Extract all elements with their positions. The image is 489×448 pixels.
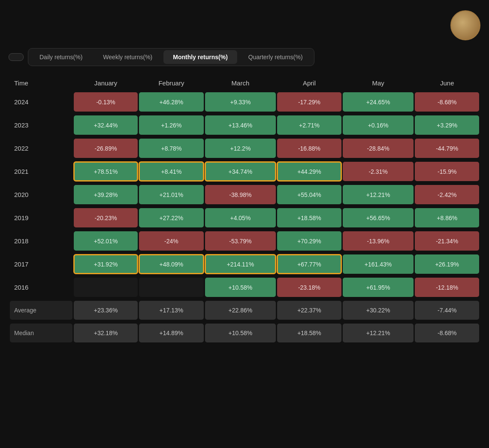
col-header-time: Time [10,75,72,91]
cell-2019-col4: +56.65% [343,208,414,227]
stat-label-average: Average [10,301,72,320]
stat-cell-average-col1: +17.13% [139,301,203,320]
stat-cell-median-col3: +18.58% [277,324,341,342]
table-row-2019: 2019-20.23%+27.22%+4.05%+18.58%+56.65%+8… [10,208,479,227]
cell-2023-col3: +2.71% [277,115,341,135]
cell-2016-col2: +10.58% [205,278,276,297]
cell-2022-col2: +12.2% [205,139,276,158]
stat-row-median: Median+32.18%+14.89%+10.58%+18.58%+12.21… [10,324,479,342]
cell-2016-col0 [74,278,138,297]
cell-2017-col5: +26.19% [415,254,479,274]
cell-2018-col2: -53.79% [205,231,276,251]
cell-2016-col4: +61.95% [343,278,414,297]
table-row-2016: 2016+10.58%-23.18%+61.95%-12.18% [10,278,479,297]
header [9,10,480,40]
year-label-2021: 2021 [10,162,72,181]
col-header-april: April [277,75,341,91]
cell-2016-col5: -12.18% [415,278,479,297]
cell-2022-col0: -26.89% [74,139,138,158]
cell-2020-col1: +21.01% [139,185,203,204]
stat-cell-average-col3: +22.37% [277,301,341,320]
col-header-february: February [139,75,203,91]
table-row-2017: 2017+31.92%+48.09%+214.11%+67.77%+161.43… [10,254,479,274]
table-row-2021: 2021+78.51%+8.41%+34.74%+44.29%-2.31%-15… [10,162,479,181]
cell-2023-col4: +0.16% [343,115,414,135]
col-header-january: January [74,75,138,91]
cell-2022-col4: -28.84% [343,139,414,158]
cell-2022-col3: -16.88% [277,139,341,158]
cell-2020-col3: +55.04% [277,185,341,204]
cell-2020-col4: +12.21% [343,185,414,204]
cell-2021-col5: -15.9% [415,162,479,181]
cell-2022-col5: -44.79% [415,139,479,158]
stat-label-median: Median [10,324,72,342]
cell-2021-col3: +44.29% [277,162,341,181]
year-label-2017: 2017 [10,254,72,274]
logo [450,10,480,40]
stat-cell-average-col4: +30.22% [343,301,414,320]
cell-2021-col0: +78.51% [74,162,138,181]
year-label-2018: 2018 [10,231,72,251]
cell-2019-col2: +4.05% [205,208,276,227]
cell-2020-col5: -2.42% [415,185,479,204]
tab-group: Daily returns(%)Weekly returns(%)Monthly… [28,48,314,66]
col-header-june: June [415,75,479,91]
cell-2022-col1: +8.78% [139,139,203,158]
tab-monthly-returns---[interactable]: Monthly returns(%) [163,50,237,64]
cell-2024-col4: +24.65% [343,92,414,112]
year-label-2023: 2023 [10,115,72,135]
cell-2023-col1: +1.26% [139,115,203,135]
table-row-2020: 2020+39.28%+21.01%-38.98%+55.04%+12.21%-… [10,185,479,204]
cell-2020-col2: -38.98% [205,185,276,204]
tab-weekly-returns---[interactable]: Weekly returns(%) [94,50,162,64]
col-header-march: March [205,75,276,91]
returns-table: TimeJanuaryFebruaryMarchAprilMayJune 202… [9,74,480,346]
year-label-2024: 2024 [10,92,72,112]
table-row-2024: 2024-0.13%+46.28%+9.33%-17.29%+24.65%-8.… [10,92,479,112]
cell-2023-col2: +13.46% [205,115,276,135]
cell-2024-col0: -0.13% [74,92,138,112]
tab-quarterly-returns---[interactable]: Quarterly returns(%) [239,50,312,64]
cell-2021-col4: -2.31% [343,162,414,181]
cell-2024-col2: +9.33% [205,92,276,112]
cell-2021-col2: +34.74% [205,162,276,181]
stat-cell-median-col1: +14.89% [139,324,203,342]
table-row-2022: 2022-26.89%+8.78%+12.2%-16.88%-28.84%-44… [10,139,479,158]
stat-cell-median-col0: +32.18% [74,324,138,342]
cell-2017-col1: +48.09% [139,254,203,274]
cell-2017-col0: +31.92% [74,254,138,274]
cell-2023-col0: +32.44% [74,115,138,135]
stat-cell-average-col2: +22.86% [205,301,276,320]
stat-cell-median-col4: +12.21% [343,324,414,342]
controls-row: Daily returns(%)Weekly returns(%)Monthly… [9,48,480,66]
stat-cell-median-col5: -8.68% [415,324,479,342]
cell-2016-col1 [139,278,203,297]
cell-2016-col3: -23.18% [277,278,341,297]
cell-2017-col3: +67.77% [277,254,341,274]
tab-daily-returns---[interactable]: Daily returns(%) [30,50,92,64]
table-row-2023: 2023+32.44%+1.26%+13.46%+2.71%+0.16%+3.2… [10,115,479,135]
cell-2018-col3: +70.29% [277,231,341,251]
cell-2017-col4: +161.43% [343,254,414,274]
year-label-2020: 2020 [10,185,72,204]
cell-2018-col0: +52.01% [74,231,138,251]
cell-2018-col4: -13.96% [343,231,414,251]
cell-2024-col1: +46.28% [139,92,203,112]
cell-2019-col0: -20.23% [74,208,138,227]
cell-2024-col3: -17.29% [277,92,341,112]
year-label-2019: 2019 [10,208,72,227]
cell-2019-col1: +27.22% [139,208,203,227]
cell-2017-col2: +214.11% [205,254,276,274]
year-label-2016: 2016 [10,278,72,297]
cell-2018-col5: -21.34% [415,231,479,251]
cell-2020-col0: +39.28% [74,185,138,204]
stat-cell-average-col0: +23.36% [74,301,138,320]
table-header-row: TimeJanuaryFebruaryMarchAprilMayJune [10,75,479,91]
cell-2019-col3: +18.58% [277,208,341,227]
col-header-may: May [343,75,414,91]
cell-2024-col5: -8.68% [415,92,479,112]
asset-selector[interactable] [9,53,24,61]
stat-cell-median-col2: +10.58% [205,324,276,342]
cell-2023-col5: +3.29% [415,115,479,135]
stat-row-average: Average+23.36%+17.13%+22.86%+22.37%+30.2… [10,301,479,320]
